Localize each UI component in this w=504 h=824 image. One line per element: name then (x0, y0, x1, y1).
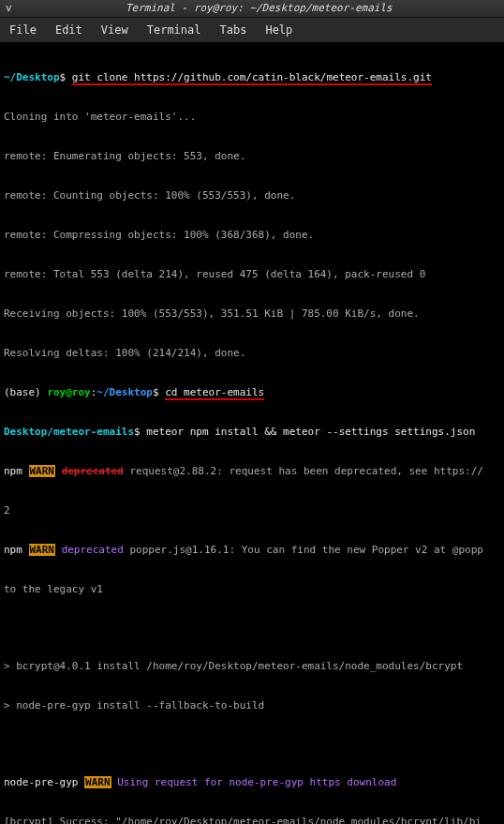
prompt-symbol: $ (153, 386, 159, 398)
output-line: > node-pre-gyp install --fallback-to-bui… (4, 699, 500, 712)
npm-text: request@2.88.2: request has been depreca… (124, 465, 483, 477)
output-line: [bcrypt] Success: "/home/roy/Desktop/met… (4, 816, 500, 824)
command-cd: cd meteor-emails (165, 386, 264, 400)
window-title: Terminal - roy@roy: ~/Desktop/meteor-ema… (20, 2, 498, 15)
output-line: remote: Enumerating objects: 553, done. (4, 150, 500, 163)
prompt-path: Desktop/meteor-emails (4, 426, 134, 438)
menu-terminal[interactable]: Terminal (138, 22, 211, 38)
command-meteor: meteor npm install && meteor --settings … (146, 426, 475, 438)
menu-view[interactable]: View (92, 22, 138, 38)
terminal-menubar: File Edit View Terminal Tabs Help (0, 18, 504, 43)
output-line: remote: Total 553 (delta 214), reused 47… (4, 268, 500, 281)
output-line: remote: Compressing objects: 100% (368/3… (4, 229, 500, 242)
prompt-base: (base) (4, 386, 41, 398)
menu-file[interactable]: File (0, 22, 46, 38)
menu-edit[interactable]: Edit (46, 22, 92, 38)
dropdown-icon[interactable]: v (6, 2, 12, 15)
prompt-symbol: $ (60, 71, 67, 83)
npm-text: popper.js@1.16.1: You can find the new P… (124, 544, 483, 556)
output-line: remote: Counting objects: 100% (553/553)… (4, 189, 500, 202)
output-line: 2 (4, 504, 500, 517)
warn-badge: WARN (29, 544, 56, 556)
terminal-output[interactable]: ~/Desktop$ git clone https://github.com/… (0, 43, 504, 824)
deprecated-label: deprecated (62, 544, 124, 556)
terminal-window: v Terminal - roy@roy: ~/Desktop/meteor-e… (0, 0, 504, 824)
prompt-path: ~/Desktop (4, 71, 60, 83)
prompt-path: ~/Desktop (96, 386, 153, 398)
npm-prefix: npm (4, 465, 22, 477)
deprecated-label: deprecated (62, 465, 124, 477)
warn-badge: WARN (84, 776, 111, 788)
warn-badge: WARN (29, 465, 56, 477)
gyp-prefix: node-pre-gyp (4, 776, 78, 788)
output-line: to the legacy v1 (4, 583, 500, 596)
prompt-user: roy@roy (47, 386, 90, 398)
terminal-titlebar: v Terminal - roy@roy: ~/Desktop/meteor-e… (0, 0, 504, 18)
command-git-clone: git clone https://github.com/catin-black… (72, 71, 432, 85)
output-line: > bcrypt@4.0.1 install /home/roy/Desktop… (4, 660, 500, 673)
prompt-symbol: $ (134, 426, 141, 438)
menu-tabs[interactable]: Tabs (211, 22, 257, 38)
gyp-text: Using request for node-pre-gyp https dow… (117, 776, 396, 788)
output-line: Receiving objects: 100% (553/553), 351.5… (4, 307, 500, 321)
output-line: Cloning into 'meteor-emails'... (4, 111, 500, 124)
menu-help[interactable]: Help (256, 22, 302, 38)
npm-prefix: npm (4, 544, 22, 556)
output-line: Resolving deltas: 100% (214/214), done. (4, 347, 500, 360)
